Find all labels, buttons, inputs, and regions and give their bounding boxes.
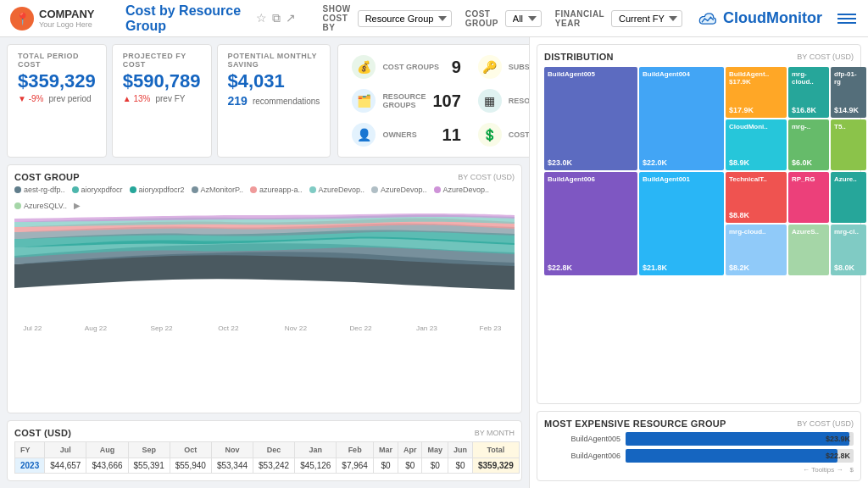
bar-row: BuildAgent005 $23.9K <box>544 432 854 446</box>
col-feb: Feb <box>337 442 374 458</box>
recommendations-label: recommendations <box>253 97 320 106</box>
total-period-trend: -9% <box>18 94 43 103</box>
subscriptions-label: SUBSCRIPTIONS <box>509 63 529 71</box>
col-total: Total <box>472 442 519 458</box>
financial-year-select[interactable]: Current FY <box>611 10 682 27</box>
right-panel: DISTRIBUTION BY COST (USD) BuildAgent005… <box>529 37 868 488</box>
svg-text:Feb 23: Feb 23 <box>480 324 502 332</box>
show-cost-by-filter: SHOW COST BY Resource Group <box>323 4 452 32</box>
total-period-cost-label: TOTAL PERIOD COST <box>18 52 96 69</box>
tooltip-label: ← Tooltips → <box>803 466 843 474</box>
page-title: Cost by Resource Group <box>125 3 242 34</box>
cell-oct: $55,940 <box>170 458 211 474</box>
treemap-cell[interactable]: AzureS.. <box>788 225 829 275</box>
treemap-cell[interactable]: BuildAgent005$23.0K <box>544 67 637 170</box>
cost-anomalies-stat: 💲 COST ANOMALIES 40 <box>471 119 529 150</box>
legend-item: aioryxpdfocr2 <box>130 186 185 194</box>
distribution-header: DISTRIBUTION BY COST (USD) <box>544 52 854 62</box>
page-action-icons: ☆ ⧉ ↗ <box>256 11 296 25</box>
projected-fy-value: $590,789 <box>123 70 201 92</box>
treemap-cell[interactable]: TechnicalT..$8.8K <box>726 172 787 223</box>
owners-label: OWNERS <box>382 130 435 139</box>
summary-cards: TOTAL PERIOD COST $359,329 -9% prev peri… <box>7 44 331 158</box>
legend-item: AzMonitorP.. <box>192 186 243 194</box>
legend-next-icon[interactable]: ▶ <box>74 201 81 210</box>
bookmark-icon[interactable]: ☆ <box>256 11 267 25</box>
svg-text:Aug 22: Aug 22 <box>85 324 108 332</box>
logo-area: 📍 COMPANY Your Logo Here <box>10 7 112 30</box>
resources-label: RESOURCES <box>509 97 529 105</box>
legend-item: AzureSQLV.. <box>14 202 67 210</box>
cost-groups-label: COST GROUPS <box>382 63 444 71</box>
resource-groups-label: RESOURCE GROUPS <box>382 92 426 109</box>
svg-text:Sep 22: Sep 22 <box>150 324 173 332</box>
cost-group-filter: COST GROUP All <box>465 9 542 28</box>
bar-label: BuildAgent006 <box>544 452 620 460</box>
cell-fy: 2023 <box>15 458 45 474</box>
most-expensive-subtitle: BY COST (USD) <box>797 419 854 428</box>
show-cost-by-label: SHOW COST BY <box>323 4 351 32</box>
cost-table-title: COST (USD) <box>14 428 71 438</box>
cell-mar: $0 <box>373 458 398 474</box>
owners-value: 11 <box>442 125 461 145</box>
treemap-cell[interactable]: mrg-..$6.0K <box>788 119 829 170</box>
recommendations-count: 219 <box>228 94 248 108</box>
svg-text:Oct 22: Oct 22 <box>218 324 239 332</box>
svg-text:Nov 22: Nov 22 <box>285 324 308 332</box>
treemap-cell[interactable]: mrg-cloud..$16.8K <box>788 67 829 118</box>
potential-saving-value: $4,031 <box>228 70 320 92</box>
treemap-cell[interactable]: BuildAgent004$22.0K <box>639 67 724 170</box>
most-expensive-section: MOST EXPENSIVE RESOURCE GROUP BY COST (U… <box>537 411 861 481</box>
resource-groups-icon: 🗂️ <box>352 89 376 113</box>
subscriptions-icon: 🔑 <box>478 55 502 79</box>
col-sep: Sep <box>128 442 170 458</box>
treemap-cell[interactable]: RP_RG <box>788 172 829 223</box>
financial-year-filter: FINANCIAL YEAR Current FY <box>555 9 682 28</box>
cost-table-subtitle: BY MONTH <box>475 429 515 437</box>
chart-legend: aest-rg-dfp..aioryxpdfocraioryxpdfocr2Az… <box>14 186 515 210</box>
cost-table-header-row: FY Jul Aug Sep Oct Nov Dec Jan Feb Mar A… <box>15 442 520 458</box>
bar-fill <box>626 432 849 446</box>
main-content: TOTAL PERIOD COST $359,329 -9% prev peri… <box>0 37 868 488</box>
total-period-prev: prev period <box>48 94 91 103</box>
bar-value: $23.9K <box>826 435 850 443</box>
col-nov: Nov <box>211 442 253 458</box>
left-panel: TOTAL PERIOD COST $359,329 -9% prev peri… <box>0 37 529 488</box>
cell-nov: $53,344 <box>211 458 253 474</box>
bar-value: $22.8K <box>826 452 850 460</box>
show-cost-by-select[interactable]: Resource Group <box>358 10 452 27</box>
treemap-cell[interactable]: BuildAgent006$22.8K <box>544 172 637 275</box>
potential-saving-sub: 219 recommendations <box>228 94 320 108</box>
col-aug: Aug <box>86 442 128 458</box>
treemap-cell[interactable]: BuildAgent.. $17.9K$17.9K <box>726 67 787 118</box>
cell-aug: $43,666 <box>86 458 128 474</box>
copy-icon[interactable]: ⧉ <box>272 11 281 25</box>
potential-saving-label: POTENTIAL MONTHLY SAVING <box>228 52 320 69</box>
cost-group-select[interactable]: All <box>505 10 542 27</box>
legend-item: aest-rg-dfp.. <box>14 186 65 194</box>
col-oct: Oct <box>170 442 211 458</box>
col-fy: FY <box>15 442 45 458</box>
treemap-cell[interactable]: T5.. <box>831 119 866 170</box>
subscriptions-stat: 🔑 SUBSCRIPTIONS 29 <box>471 52 529 82</box>
hamburger-menu[interactable] <box>836 12 858 25</box>
treemap-cell[interactable]: dfp-01-rg$14.9K <box>831 67 866 118</box>
col-jun: Jun <box>448 442 472 458</box>
treemap-cell[interactable]: mrg-cloud..$8.2K <box>726 225 787 275</box>
treemap-cell[interactable]: BuildAgent001$21.8K <box>639 172 724 275</box>
owners-icon: 👤 <box>352 123 376 147</box>
projected-fy-cost-card: PROJECTED FY COST $590,789 13% prev FY <box>112 44 212 158</box>
share-icon[interactable]: ↗ <box>286 11 296 25</box>
col-jan: Jan <box>295 442 337 458</box>
cloudmonitor-text: CloudMonitor <box>723 9 822 27</box>
treemap-cell[interactable]: mrg-cl..$8.0K <box>831 225 866 275</box>
resource-groups-stat: 🗂️ RESOURCE GROUPS 107 <box>345 86 467 116</box>
cloudmonitor-logo: CloudMonitor <box>696 9 822 27</box>
cost-group-chart-section: COST GROUP BY COST (USD) aest-rg-dfp..ai… <box>7 164 522 413</box>
bar-row: BuildAgent006 $22.8K <box>544 449 854 463</box>
treemap-cell[interactable]: Azure.. <box>831 172 866 223</box>
owners-stat: 👤 OWNERS 11 <box>345 119 467 150</box>
cost-groups-stat: 💰 COST GROUPS 9 <box>345 52 467 82</box>
treemap-cell[interactable]: CloudMoni..$8.9K <box>726 119 787 170</box>
legend-item: AzureDevop.. <box>434 186 490 194</box>
